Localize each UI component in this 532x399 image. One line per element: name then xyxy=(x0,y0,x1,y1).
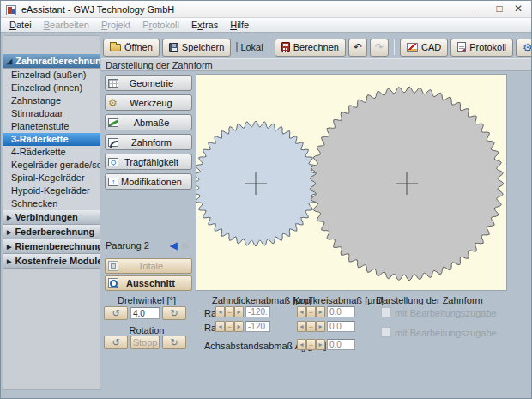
rotation-label: Rotation xyxy=(104,325,190,336)
totale-button: Totale xyxy=(105,258,192,274)
rad2-zahndicke-stepper xyxy=(215,321,244,332)
stepper-next-icon[interactable] xyxy=(316,306,325,317)
zahnform-button[interactable]: Zahnform xyxy=(105,134,192,150)
toolbar-separator xyxy=(269,39,269,55)
save-disk-icon xyxy=(169,43,178,52)
undo-icon xyxy=(354,41,362,53)
sidebar-item-3[interactable]: Zahnstange xyxy=(3,94,100,107)
gear-drawing xyxy=(196,75,506,290)
sidebar-item-2[interactable]: Einzelrad (innen) xyxy=(3,82,100,94)
sidebar-item-5[interactable]: Planetenstufe xyxy=(3,120,100,133)
curve-icon xyxy=(108,138,118,147)
cad-button[interactable]: CAD xyxy=(400,39,448,57)
sidebar-item-11[interactable]: Schnecken xyxy=(3,197,100,210)
ausschnitt-button[interactable]: Ausschnitt xyxy=(105,275,192,291)
redo-icon xyxy=(375,41,384,53)
pair-prev-icon[interactable]: ◀ xyxy=(167,239,179,252)
menu-extras[interactable]: Extras xyxy=(185,18,224,30)
rad2-zahndicke-input[interactable] xyxy=(245,321,270,332)
stepper-minus-icon[interactable] xyxy=(306,339,316,350)
menu-protokoll: Protokoll xyxy=(136,18,185,30)
menu-hilfe[interactable]: Hilfe xyxy=(224,18,255,30)
sidebar-item-1[interactable]: Einzelrad (außen) xyxy=(3,69,100,82)
werkzeug-button[interactable]: Werkzeug xyxy=(105,94,192,111)
stepper-next-icon[interactable] xyxy=(316,339,325,350)
drehwinkel-label: Drehwinkel [°] xyxy=(104,295,190,305)
toolbar-separator xyxy=(394,39,395,55)
drehwinkel-input[interactable] xyxy=(130,307,160,319)
bearbeitungszugabe-label-1: mit Bearbeitungszugabe xyxy=(395,308,497,318)
sidebar-section-5[interactable]: Kostenfreie Module xyxy=(3,254,100,269)
sidebar-item-7[interactable]: 4-Räderkette xyxy=(3,146,100,159)
stopp-button: Stopp xyxy=(130,336,160,349)
rotation-cw-button[interactable] xyxy=(162,336,186,349)
open-folder-icon xyxy=(110,44,121,51)
tragfähigkeit-button[interactable]: Tragfähigkeit xyxy=(105,154,192,170)
totale-frame-icon xyxy=(108,261,118,271)
protokoll-button[interactable]: Protokoll xyxy=(450,39,513,57)
stepper-prev-icon[interactable] xyxy=(215,306,225,317)
view-title: Darstellung der Zahnform xyxy=(106,60,213,70)
pairing-label: Paarung 2 xyxy=(106,240,149,251)
app-icon xyxy=(6,5,16,15)
stepper-prev-icon[interactable] xyxy=(215,321,225,332)
stepper-next-icon[interactable] xyxy=(316,321,325,332)
menu-projekt: Projekt xyxy=(95,18,136,30)
stepper-minus-icon[interactable] xyxy=(306,306,316,317)
sidebar-item-9[interactable]: Spiral-Kegelräder xyxy=(3,172,100,184)
stepper-next-icon[interactable] xyxy=(234,321,244,332)
rad1-zahndicke-stepper xyxy=(215,306,244,317)
rad2-kopfkreis-input[interactable] xyxy=(327,321,355,332)
gear-canvas[interactable] xyxy=(196,74,507,291)
lokal-label: Lokal xyxy=(240,42,263,52)
abmaße-button[interactable]: Abmaße xyxy=(105,114,192,130)
sidebar-section-3[interactable]: Federberechnung xyxy=(3,225,100,239)
close-icon[interactable]: ✕ xyxy=(509,1,528,18)
capacity-icon xyxy=(108,158,118,166)
stepper-prev-icon[interactable] xyxy=(297,306,306,317)
sidebar-section-4[interactable]: Riemenberechnung xyxy=(3,239,100,254)
calculator-icon xyxy=(281,42,290,52)
geometrie-button[interactable]: Geometrie xyxy=(105,75,192,91)
rad1-zahndicke-input[interactable] xyxy=(245,306,270,317)
achsabstand-input[interactable] xyxy=(327,339,355,350)
stepper-minus-icon[interactable] xyxy=(306,321,316,332)
berechnen-button[interactable]: Berechnen xyxy=(275,39,346,57)
rad2-kopfkreis-stepper xyxy=(297,321,325,332)
menu-datei[interactable]: Datei xyxy=(3,18,38,30)
sidebar-section-1[interactable]: Zahnradberechnung xyxy=(3,54,100,69)
ruler-icon xyxy=(108,118,118,127)
sidebar-item-6[interactable]: 3-Räderkette xyxy=(3,133,100,146)
protokoll-page-icon xyxy=(457,42,466,52)
rotation-ccw-button[interactable] xyxy=(104,336,128,349)
einstellungen-button[interactable]: Einstellungen xyxy=(516,39,532,57)
open-button[interactable]: Öffnen xyxy=(103,39,160,57)
minimize-icon[interactable]: – xyxy=(468,1,487,18)
rotate-ccw-icon[interactable] xyxy=(104,306,128,320)
sidebar-item-10[interactable]: Hypoid-Kegelräder xyxy=(3,184,100,197)
sidebar-item-8[interactable]: Kegelräder gerade/schräg xyxy=(3,159,100,172)
kopfkreis-header: Kopfkreisabmaß [µm] xyxy=(293,295,384,305)
display-options-header: Darstellung der Zahnform xyxy=(376,295,483,305)
rotate-cw-icon[interactable] xyxy=(162,306,186,320)
rad1-kopfkreis-input[interactable] xyxy=(327,306,355,317)
stepper-prev-icon[interactable] xyxy=(297,339,306,350)
sidebar-nav: ZahnradberechnungEinzelrad (außen)Einzel… xyxy=(3,54,100,269)
save-button[interactable]: Speichern xyxy=(162,39,232,57)
stepper-minus-icon[interactable] xyxy=(225,321,234,332)
maximize-icon[interactable]: □ xyxy=(490,1,509,18)
window-title: eAssistant - GWJ Technology GmbH xyxy=(21,1,174,18)
sidebar-section-2[interactable]: Verbindungen xyxy=(3,210,100,225)
achsabstand-stepper xyxy=(297,339,325,350)
stepper-next-icon[interactable] xyxy=(234,306,244,317)
undo-button[interactable] xyxy=(348,39,367,57)
sidebar-item-4[interactable]: Stirnradpaar xyxy=(3,107,100,120)
menu-bearbeiten: Bearbeiten xyxy=(38,18,95,30)
view-title-bar: Darstellung der Zahnform xyxy=(101,58,531,71)
stepper-minus-icon[interactable] xyxy=(225,306,234,317)
stepper-prev-icon[interactable] xyxy=(297,321,306,332)
titlebar: eAssistant - GWJ Technology GmbH – □ ✕ xyxy=(1,1,531,18)
modifikationen-button[interactable]: Modifikationen xyxy=(105,173,192,190)
lokal-checkbox[interactable] xyxy=(236,42,238,52)
grid-icon xyxy=(108,79,118,88)
